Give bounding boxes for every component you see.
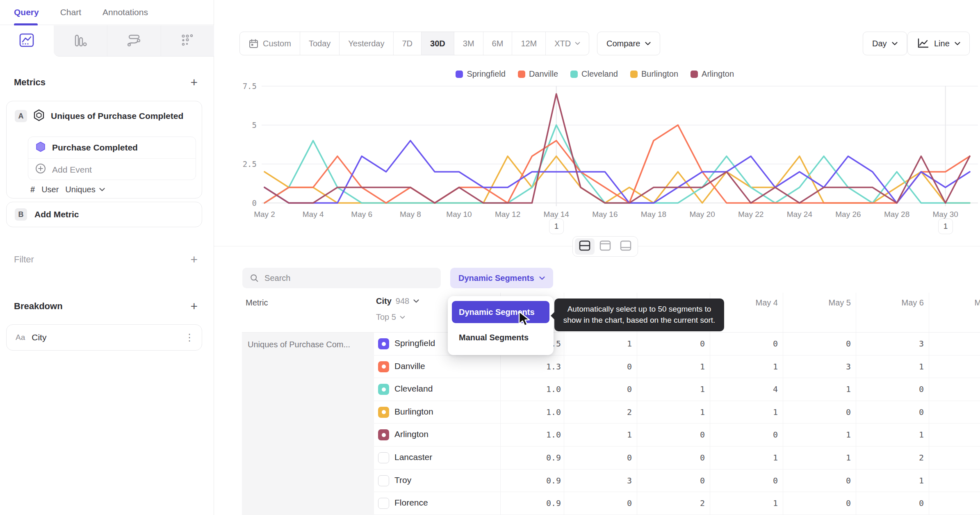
- chevron-down-icon: [575, 42, 580, 45]
- breakdown-item-city[interactable]: Aa City ⋮: [6, 324, 202, 351]
- compare-label: Compare: [606, 39, 640, 48]
- range-3m[interactable]: 3M: [454, 32, 483, 55]
- entity-selector[interactable]: User: [41, 185, 59, 194]
- tab-annotations[interactable]: Annotations: [103, 7, 148, 17]
- metric-a-row[interactable]: A Uniques of Purchase Completed: [7, 101, 202, 123]
- cell-value: 4: [710, 384, 778, 394]
- chart-style-button[interactable]: Line: [907, 32, 970, 55]
- chart-type-scatter[interactable]: [161, 25, 214, 57]
- segments-mode-label: Dynamic Segments: [458, 273, 534, 283]
- segment-checkbox-checked[interactable]: [378, 338, 389, 349]
- segment-search[interactable]: [242, 268, 441, 288]
- add-event-row[interactable]: Add Event: [28, 159, 196, 180]
- date-column-header[interactable]: May 7: [929, 298, 980, 308]
- scatter-chart-icon: [179, 32, 196, 50]
- cell-value: 0: [564, 384, 632, 394]
- hash-icon: #: [30, 185, 35, 194]
- range-yesterday[interactable]: Yesterday: [339, 32, 393, 55]
- aggregation-selector[interactable]: Uniques: [65, 185, 105, 194]
- tab-query[interactable]: Query: [14, 7, 39, 17]
- layout-toggle-panel-top[interactable]: [595, 238, 615, 255]
- add-breakdown-button[interactable]: +: [190, 300, 198, 312]
- cell-value: 0: [856, 498, 924, 508]
- event-hexagon-icon: [35, 141, 46, 155]
- legend-swatch: [691, 71, 698, 78]
- annotation-chip-may30[interactable]: 1: [938, 219, 953, 234]
- cell-value: 2: [856, 453, 924, 463]
- cell-value: 1: [710, 407, 778, 417]
- cell-value: 0: [856, 407, 924, 417]
- chart-type-stream[interactable]: [107, 25, 161, 57]
- svg-text:May 28: May 28: [884, 210, 909, 219]
- compare-button[interactable]: Compare: [597, 32, 660, 55]
- table-row-danville: Danville1.301131: [374, 355, 980, 378]
- search-input[interactable]: [264, 273, 433, 283]
- checkbox-dot: [382, 433, 386, 437]
- cell-value: 1: [856, 362, 924, 371]
- chevron-down-icon: [892, 42, 898, 46]
- checkbox-dot: [382, 365, 386, 369]
- cell-value: 0: [637, 453, 705, 463]
- legend-item-burlington[interactable]: Burlington: [630, 69, 678, 79]
- group-column-header[interactable]: City 948: [376, 296, 419, 306]
- segment-checkbox-checked[interactable]: [378, 384, 389, 395]
- segment-checkbox-checked[interactable]: [378, 407, 389, 418]
- date-column-header[interactable]: May 6: [856, 298, 924, 308]
- legend-swatch: [630, 71, 638, 78]
- range-6m[interactable]: 6M: [483, 32, 512, 55]
- range-label: 3M: [463, 39, 474, 48]
- add-filter-button[interactable]: +: [190, 253, 198, 266]
- plus-circle-icon: [35, 163, 46, 176]
- top5-selector[interactable]: Top 5: [376, 312, 405, 322]
- svg-text:May 16: May 16: [592, 210, 618, 219]
- layout-toggle-split-panels[interactable]: [575, 238, 595, 255]
- segment-checkbox-unchecked[interactable]: [378, 498, 389, 509]
- kebab-menu-icon[interactable]: ⋮: [185, 332, 194, 343]
- range-label: 30D: [430, 39, 445, 48]
- cell-value: 1: [783, 430, 851, 440]
- tab-chart[interactable]: Chart: [60, 7, 81, 17]
- layout-toggle-panel-bottom[interactable]: [616, 238, 636, 255]
- add-metric-plus-button[interactable]: +: [190, 76, 198, 89]
- table-row-arlington: Arlington1.010011: [374, 424, 980, 447]
- cell-value: 0: [710, 339, 778, 349]
- legend-item-danville[interactable]: Danville: [518, 69, 558, 79]
- legend-item-cleveland[interactable]: Cleveland: [570, 69, 618, 79]
- range-xtd[interactable]: XTD: [545, 32, 589, 55]
- metric-b-badge: B: [15, 208, 27, 221]
- interval-button[interactable]: Day: [863, 32, 907, 55]
- line-chart[interactable]: 02.557.5May 2May 4May 6May 8May 10May 12…: [242, 80, 980, 221]
- add-metric-card-b[interactable]: B Add Metric: [6, 202, 202, 227]
- segments-mode-button[interactable]: Dynamic Segments: [450, 268, 553, 288]
- annotation-chip-may14[interactable]: 1: [549, 219, 564, 234]
- menu-item-dynamic-segments[interactable]: Dynamic Segments: [452, 301, 549, 323]
- cell-value: 1: [783, 453, 851, 463]
- chart-type-line[interactable]: [0, 25, 54, 57]
- cell-value: 1: [710, 498, 778, 508]
- legend-item-springfield[interactable]: Springfield: [456, 69, 506, 79]
- segment-checkbox-unchecked[interactable]: [378, 452, 389, 463]
- segment-checkbox-checked[interactable]: [378, 429, 389, 440]
- chevron-down-icon: [413, 299, 419, 303]
- date-column-header[interactable]: May 5: [783, 298, 851, 308]
- event-row-purchase-completed[interactable]: Purchase Completed: [28, 137, 196, 159]
- range-label: Custom: [263, 39, 291, 48]
- cell-value: 0: [856, 384, 924, 394]
- breakdown-title: Breakdown: [14, 301, 63, 312]
- cell-value: 1: [783, 384, 851, 394]
- range-today[interactable]: Today: [300, 32, 339, 55]
- svg-text:May 4: May 4: [303, 210, 324, 219]
- menu-item-manual-segments[interactable]: Manual Segments: [452, 326, 549, 349]
- segments-dropdown-menu: Dynamic Segments Manual Segments: [448, 296, 554, 355]
- metric-row-panel: Uniques of Purchase Com...: [242, 333, 374, 515]
- range-7d[interactable]: 7D: [393, 32, 422, 55]
- range-30d[interactable]: 30D: [421, 32, 454, 55]
- range-12m[interactable]: 12M: [512, 32, 545, 55]
- legend-item-arlington[interactable]: Arlington: [691, 69, 734, 79]
- range-custom[interactable]: Custom: [240, 32, 300, 55]
- cell-value: 0: [637, 430, 705, 440]
- chart-type-bar[interactable]: [54, 25, 107, 57]
- segment-checkbox-unchecked[interactable]: [378, 475, 389, 486]
- svg-text:2.5: 2.5: [243, 160, 257, 169]
- segment-checkbox-checked[interactable]: [378, 361, 389, 372]
